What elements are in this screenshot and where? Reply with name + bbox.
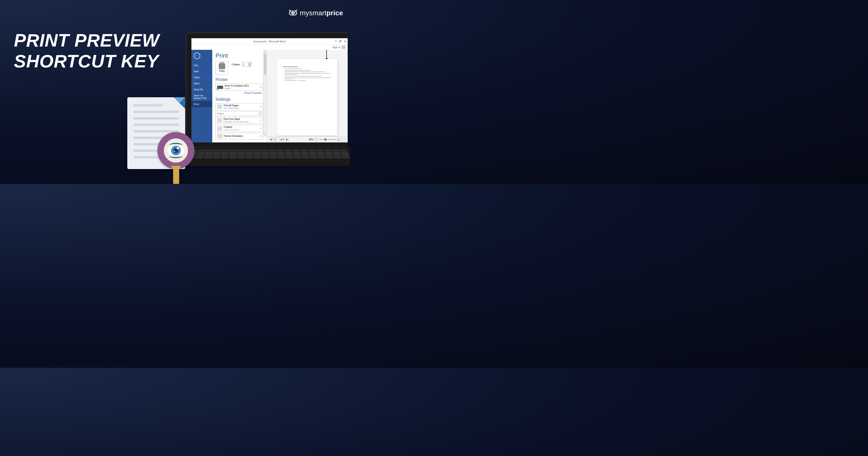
hero-line2: SHORTCUT KEY (14, 51, 159, 71)
nav-save-as[interactable]: Save As (191, 86, 212, 92)
print-pane: Print Print Copies: 1 ▲▼ (212, 50, 348, 143)
zoom-out-button[interactable]: − (315, 138, 318, 141)
preview-page: 3.2.3 Printing of Documents To print a d… (277, 59, 338, 135)
zoom-fit-button[interactable] (342, 138, 345, 141)
signin-row: Sign in (191, 45, 348, 50)
chevron-down-icon: ▼ (260, 135, 262, 137)
document-title: Document1 - Microsoft Word (253, 40, 286, 43)
magnifier-icon (157, 132, 202, 176)
eye-icon (167, 142, 184, 159)
scroll-up-icon[interactable]: ▲ (264, 50, 267, 54)
copies-label: Copies: (232, 63, 240, 66)
print-button[interactable]: Print (216, 61, 228, 74)
collation-selector[interactable]: Collated 1,2,3 1,2,3 1,2,3 ▼ (216, 125, 263, 132)
word-window: Document1 - Microsoft Word ? 🗗 ✕ Sign in… (191, 38, 348, 143)
chevron-down-icon: ▼ (260, 86, 262, 88)
close-button[interactable]: ✕ (344, 40, 346, 43)
hero-title: PRINT PREVIEW SHORTCUT KEY (14, 30, 159, 71)
owl-icon (288, 8, 298, 18)
preview-doc-heading: 3.2.3 Printing of Documents (283, 66, 332, 67)
nav-save-adobe[interactable]: Save as Adobe PDF (191, 92, 212, 101)
backstage-nav: ← Info New Open Save Save As Save as Ado… (191, 50, 212, 143)
nav-new[interactable]: New (191, 68, 212, 74)
brand-text: mysmartprice (300, 9, 343, 17)
svg-point-3 (294, 12, 296, 14)
one-sided-icon (217, 118, 222, 123)
page-number-input[interactable]: 1 (274, 138, 279, 142)
preview-footer: ◀ 1 of 1 ▶ 35% − + (267, 136, 348, 143)
page-total: of 1 (280, 138, 284, 141)
pages-input[interactable]: Pages: i (216, 112, 263, 116)
nav-print[interactable]: Print (191, 101, 212, 107)
printer-properties-link[interactable]: Printer Properties (216, 92, 263, 94)
zoom-slider[interactable] (319, 139, 336, 140)
settings-section-heading: Settings (216, 97, 230, 102)
preview-doc-list: To print a document, choose File→print. … (283, 68, 332, 81)
chevron-down-icon: ▼ (260, 127, 262, 129)
nav-open[interactable]: Open (191, 74, 212, 80)
portrait-icon (217, 134, 222, 139)
scroll-thumb[interactable] (264, 54, 266, 74)
zoom-in-button[interactable]: + (337, 138, 340, 141)
sign-in-link[interactable]: Sign in (332, 46, 340, 49)
printer-device-icon: ✓ (217, 85, 223, 89)
printer-icon (219, 63, 225, 69)
page-fold-icon (174, 97, 185, 109)
restore-button[interactable]: 🗗 (339, 40, 342, 43)
printer-section-heading: Printer (216, 78, 228, 82)
window-titlebar: Document1 - Microsoft Word ? 🗗 ✕ (191, 38, 348, 45)
laptop-screen: Document1 - Microsoft Word ? 🗗 ✕ Sign in… (186, 32, 348, 148)
hero-line1: PRINT PREVIEW (14, 30, 159, 51)
nav-info[interactable]: Info (191, 62, 212, 68)
preview-scrollbar[interactable]: ▲ ▼ (263, 50, 267, 136)
nav-save[interactable]: Save (191, 80, 212, 86)
magnifier-handle (173, 168, 179, 184)
pages-info-icon[interactable]: i (258, 112, 262, 115)
document-illustration (127, 97, 192, 176)
copies-spinner[interactable]: ▲▼ (248, 63, 251, 66)
sides-selector[interactable]: Print One Sided Only print on one side o… (216, 117, 263, 124)
avatar-icon[interactable] (342, 45, 345, 49)
back-button[interactable]: ← (194, 53, 200, 59)
chevron-down-icon: ▼ (260, 119, 262, 121)
chevron-down-icon: ▼ (260, 106, 262, 108)
callout-arrow-icon (327, 50, 327, 60)
svg-point-2 (291, 12, 292, 14)
print-preview-area: ▲ ▼ Print preview 3.2.3 Printing of Docu… (267, 50, 348, 143)
copies-input[interactable]: 1 ▲▼ (242, 62, 251, 67)
brand-logo: mysmartprice (288, 8, 343, 18)
orientation-selector[interactable]: Portrait Orientation ▼ (216, 133, 263, 140)
collated-icon (217, 126, 222, 131)
next-page-button[interactable]: ▶ (285, 138, 289, 142)
pages-icon (217, 104, 222, 109)
help-button[interactable]: ? (335, 40, 337, 43)
zoom-percent: 35% (309, 138, 313, 141)
printer-selector[interactable]: ✓ Send To OneNote 2013 Ready ▼ (216, 84, 263, 91)
prev-page-button[interactable]: ◀ (269, 138, 273, 142)
print-range-selector[interactable]: Print All Pages The whole thing ▼ (216, 103, 263, 111)
scroll-down-icon[interactable]: ▼ (264, 132, 267, 136)
